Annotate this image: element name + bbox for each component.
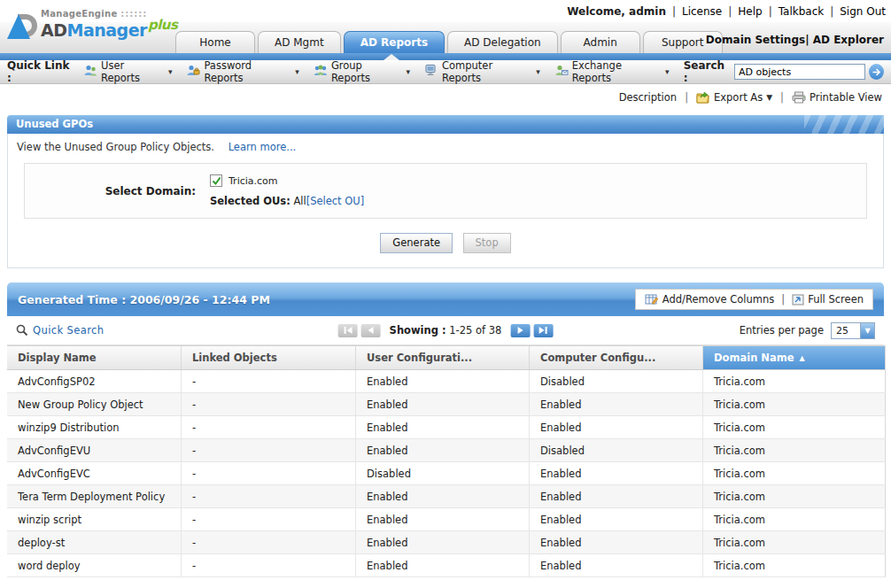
search-go-button[interactable]: [869, 64, 884, 80]
search-label: Search :: [684, 59, 730, 84]
chevron-down-icon: ▼: [766, 93, 772, 102]
cell-computer-configu: Enabled: [530, 416, 703, 438]
tab-home[interactable]: Home: [175, 31, 255, 53]
first-page-button[interactable]: [338, 324, 358, 337]
table-row[interactable]: AdvConfigEVC-DisabledEnabledTricia.com: [7, 462, 886, 485]
masthead-right: Domain Settings| AD Explorer: [706, 34, 884, 46]
cell-domain-name: Tricia.com: [703, 485, 886, 507]
check-icon: [212, 176, 221, 186]
welcome-user: Welcome, admin: [567, 5, 666, 18]
quick-link-bar: Quick Link : User Reports▾Password Repor…: [0, 60, 891, 84]
learn-more-link[interactable]: Learn more...: [229, 141, 297, 153]
table-row[interactable]: winzip script-EnabledEnabledTricia.com: [7, 508, 886, 531]
divider: |: [781, 293, 785, 306]
last-page-button[interactable]: [533, 324, 553, 337]
table-row[interactable]: word deploy-EnabledEnabledTricia.com: [7, 554, 886, 577]
add-remove-columns-button[interactable]: Add/Remove Columns: [645, 293, 775, 306]
entries-per-page-select[interactable]: 25 ▼: [831, 322, 875, 339]
table-row[interactable]: AdvConfigEVU-EnabledDisabledTricia.com: [7, 439, 886, 462]
cell-user-configurati: Enabled: [356, 416, 530, 438]
cell-domain-name: Tricia.com: [703, 416, 886, 438]
column-header-user-configurati[interactable]: User Configurati...: [356, 346, 530, 369]
cell-domain-name: Tricia.com: [703, 439, 886, 461]
license-link[interactable]: License: [682, 5, 722, 18]
cell-linked-objects: -: [182, 439, 356, 461]
generate-button[interactable]: Generate: [380, 233, 453, 253]
tab-admin[interactable]: Admin: [561, 31, 640, 53]
logo-ad: AD: [41, 20, 66, 40]
cell-computer-configu: Enabled: [530, 462, 703, 484]
stop-button[interactable]: Stop: [463, 233, 511, 253]
cell-domain-name: Tricia.com: [703, 370, 886, 392]
showing-label: Showing :: [390, 324, 446, 337]
sign-out-link[interactable]: Sign Out: [840, 5, 886, 18]
cell-display-name: word deploy: [7, 554, 182, 576]
previous-page-button[interactable]: [361, 324, 381, 337]
group-reports-menu[interactable]: Group Reports▾: [314, 59, 410, 84]
cell-user-configurati: Enabled: [356, 485, 530, 507]
exchange-reports-menu[interactable]: Exchange Reports▾: [554, 59, 670, 84]
tab-ad-mgmt[interactable]: AD Mgmt: [258, 31, 341, 53]
help-link[interactable]: Help: [738, 5, 762, 18]
chevron-down-icon: ▾: [406, 67, 410, 76]
manageengine-label: ManageEngine: [41, 9, 118, 19]
cell-display-name: AdvConfigSP02: [7, 370, 182, 392]
user-reports-menu[interactable]: User Reports▾: [83, 59, 172, 84]
tab-ad-reports[interactable]: AD Reports: [344, 31, 445, 53]
table-row[interactable]: AdvConfigSP02-EnabledDisabledTricia.com: [7, 370, 886, 393]
printable-view-button[interactable]: Printable View: [792, 91, 882, 104]
cell-computer-configu: Enabled: [530, 485, 703, 507]
header-stripes-decoration: [804, 115, 884, 134]
cell-linked-objects: -: [182, 416, 356, 438]
cell-computer-configu: Disabled: [530, 439, 703, 461]
active-tab-strip: [0, 53, 891, 60]
cell-user-configurati: Disabled: [356, 462, 530, 484]
divider: |: [728, 5, 732, 18]
column-header-linked-objects[interactable]: Linked Objects: [182, 346, 356, 369]
table-row[interactable]: deploy-st-EnabledEnabledTricia.com: [7, 531, 886, 554]
select-ou-link[interactable]: [Select OU]: [306, 195, 365, 207]
cell-user-configurati: Enabled: [356, 393, 530, 415]
column-header-computer-configu[interactable]: Computer Configu...: [530, 346, 703, 369]
table-row[interactable]: New Group Policy Object-EnabledEnabledTr…: [7, 393, 886, 416]
search-input[interactable]: [734, 64, 865, 80]
quick-search-button[interactable]: Quick Search: [16, 324, 104, 337]
admanager-logo: ManageEngine :::::: ADManagerplus: [7, 10, 177, 39]
export-folder-icon: [696, 91, 710, 104]
cell-linked-objects: -: [182, 554, 356, 576]
password-reports-menu[interactable]: Password Reports▾: [186, 59, 298, 84]
tab-ad-delegation[interactable]: AD Delegation: [447, 31, 558, 53]
results-header: Generated Time : 2006/09/26 - 12:44 PM A…: [7, 282, 884, 316]
table-row[interactable]: Tera Term Deployment Policy-EnabledEnabl…: [7, 485, 886, 508]
description-button[interactable]: Description: [619, 91, 678, 104]
column-header-display-name[interactable]: Display Name: [7, 346, 182, 369]
sort-asc-icon: ▲: [800, 354, 805, 362]
cell-computer-configu: Disabled: [530, 370, 703, 392]
domain-checkbox-label[interactable]: Tricia.com: [229, 175, 278, 187]
password-reports-icon: [186, 64, 204, 80]
export-as-button[interactable]: Export As▼: [696, 91, 772, 104]
ad-explorer-link[interactable]: AD Explorer: [813, 34, 884, 46]
divider: |: [805, 34, 809, 46]
masthead: ManageEngine :::::: ADManagerplus HomeAD…: [0, 22, 891, 53]
next-page-button[interactable]: [510, 324, 530, 337]
computer-reports-menu[interactable]: Computer Reports▾: [424, 59, 540, 84]
table-row[interactable]: winzip9 Distribution-EnabledEnabledTrici…: [7, 416, 886, 439]
cell-display-name: AdvConfigEVU: [7, 439, 182, 461]
columns-grid-icon: [645, 294, 659, 306]
select-domain-label: Select Domain:: [37, 185, 210, 197]
cell-display-name: AdvConfigEVC: [7, 462, 182, 484]
domain-settings-link[interactable]: Domain Settings: [706, 34, 805, 46]
domain-checkbox[interactable]: [210, 174, 222, 187]
cell-linked-objects: -: [182, 462, 356, 484]
column-header-domain-name[interactable]: Domain Name▲: [703, 346, 886, 369]
talkback-link[interactable]: Talkback: [779, 5, 825, 18]
cell-computer-configu: Enabled: [530, 554, 703, 576]
table-tools: Add/Remove Columns | Full Screen: [635, 289, 873, 310]
cell-domain-name: Tricia.com: [703, 462, 886, 484]
cell-computer-configu: Enabled: [530, 508, 703, 530]
full-screen-button[interactable]: Full Screen: [792, 293, 864, 306]
cell-display-name: winzip9 Distribution: [7, 416, 182, 438]
selected-ous-value: All: [293, 195, 306, 207]
table-controls-row: Quick Search Showing : 1-25 of 38 Entrie…: [7, 316, 884, 345]
